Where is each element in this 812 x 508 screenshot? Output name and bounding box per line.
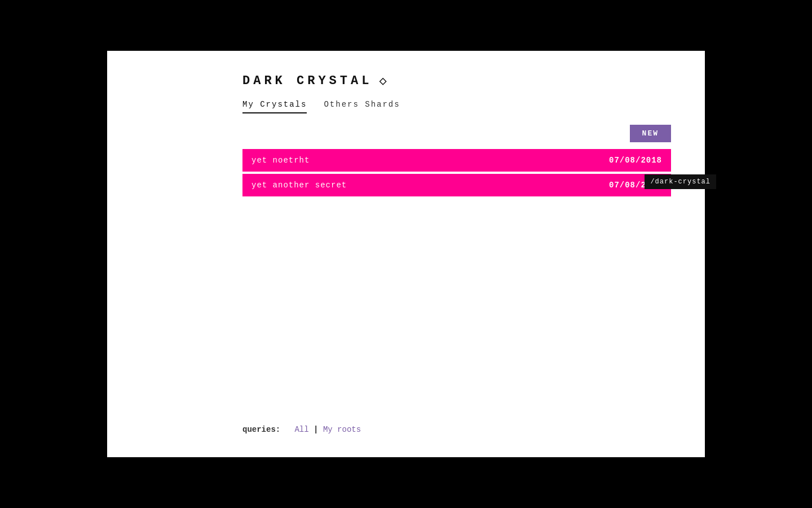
footer: queries: All | My roots (107, 413, 705, 435)
main-window: DARK CRYSTAL ◇ My Crystals Others Shards… (107, 51, 705, 457)
queries-label: queries: All | My roots (242, 425, 361, 434)
crystal-name: yet noetrht (251, 156, 310, 165)
tab-others-shards[interactable]: Others Shards (324, 100, 400, 113)
crystal-item[interactable]: yet noetrht 07/08/2018 (242, 149, 671, 172)
content-area: NEW yet noetrht 07/08/2018 yet another s… (107, 125, 705, 413)
path-tooltip: /dark-crystal (645, 174, 716, 189)
tab-bar: My Crystals Others Shards (107, 100, 705, 113)
crystal-date: 07/08/2018 (609, 156, 662, 165)
crystals-list: yet noetrht 07/08/2018 yet another secre… (242, 149, 671, 196)
diamond-icon: ◇ (379, 73, 386, 89)
crystal-name: yet another secret (251, 181, 347, 190)
all-link[interactable]: All (294, 425, 308, 434)
header: DARK CRYSTAL ◇ (107, 73, 705, 100)
my-roots-link[interactable]: My roots (323, 425, 361, 434)
separator: | (314, 425, 323, 434)
app-logo: DARK CRYSTAL (242, 74, 372, 88)
new-button[interactable]: NEW (630, 125, 671, 142)
crystal-item[interactable]: yet another secret 07/08/2018 (242, 174, 671, 196)
tab-my-crystals[interactable]: My Crystals (242, 100, 307, 113)
toolbar: NEW (242, 125, 671, 142)
